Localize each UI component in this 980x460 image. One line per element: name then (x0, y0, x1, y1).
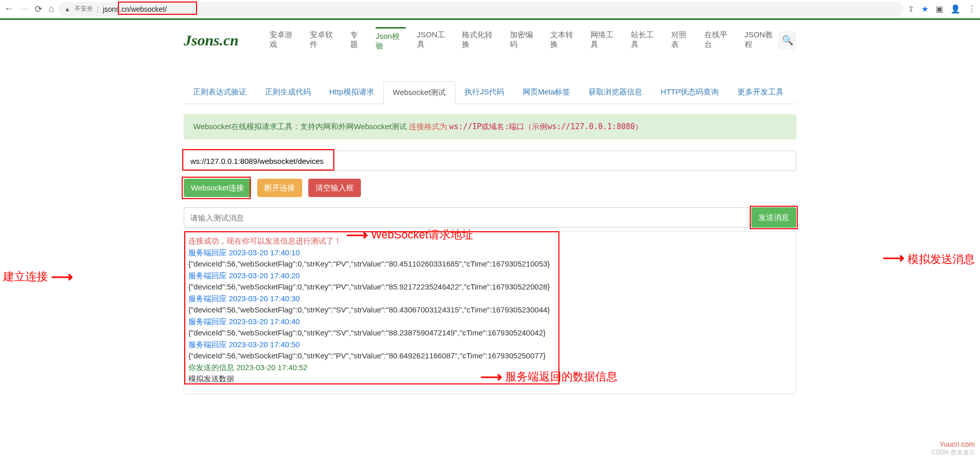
url-text: jsons.cn/websocket/ (103, 5, 897, 13)
nav-item[interactable]: 对照表 (671, 27, 693, 54)
nav-item[interactable]: JSON工具 (417, 27, 451, 54)
log-body: {"deviceId":56,"webSocketFlag":0,"strKey… (188, 281, 792, 293)
not-secure-icon: ▲ (64, 6, 70, 13)
tool-tabs: 正则表达式验证正则生成代码Http模拟请求Websocket测试执行JS代码网页… (184, 81, 796, 104)
connect-button[interactable]: Websocket连接 (184, 179, 251, 197)
profile-icon[interactable]: 👤 (950, 4, 961, 14)
nav-item[interactable]: Json校验 (376, 27, 406, 54)
tab-item[interactable]: 网页Meta标签 (513, 81, 579, 104)
nav-item[interactable]: 站长工具 (631, 27, 660, 54)
log-timestamp: 你发送的信息 2023-03-20 17:40:52 (188, 362, 792, 374)
not-secure-label: 不安全 (75, 5, 93, 13)
nav-item[interactable]: JSON教程 (745, 27, 779, 54)
send-button[interactable]: 发送消息 (751, 207, 796, 228)
log-body: {"deviceId":56,"webSocketFlag":0,"strKey… (188, 258, 792, 270)
bookmark-icon[interactable]: ★ (921, 4, 928, 14)
nav-item[interactable]: 加密编码 (510, 27, 539, 54)
tab-item[interactable]: HTTP状态码查询 (651, 81, 728, 104)
info-code: ws://IP或域名:端口（示例ws://127.0.0.1:8080） (449, 122, 643, 131)
log-body: {"deviceId":56,"webSocketFlag":0,"strKey… (188, 327, 792, 339)
back-button[interactable]: ← (4, 4, 13, 14)
log-timestamp: 服务端回应 2023-03-20 17:40:30 (188, 293, 792, 305)
tab-item[interactable]: Http模拟请求 (320, 81, 383, 104)
tab-item[interactable]: 正则生成代码 (256, 81, 320, 104)
info-prefix: Websocket在线模拟请求工具：支持内网和外网Websocket测试 (193, 122, 409, 131)
tab-item[interactable]: 获取浏览器信息 (579, 81, 651, 104)
search-button[interactable]: 🔍 (778, 31, 796, 50)
ws-url-input[interactable] (184, 151, 796, 171)
tab-item[interactable]: 正则表达式验证 (184, 81, 256, 104)
search-icon: 🔍 (782, 35, 793, 45)
annotation-box (118, 2, 197, 15)
reload-button[interactable]: ⟳ (35, 4, 42, 15)
site-header: Jsons.cn 安卓游戏安卓软件专题Json校验JSON工具格式化转换加密编码… (184, 20, 796, 61)
connection-success-msg: 连接成功，现在你可以发送信息进行测试了！ (188, 235, 792, 247)
site-logo[interactable]: Jsons.cn (184, 32, 239, 49)
nav-item[interactable]: 网络工具 (591, 27, 620, 54)
tab-item[interactable]: 更多开发工具 (728, 81, 793, 104)
extensions-icon[interactable]: ▣ (936, 4, 943, 14)
log-body: {"deviceId":56,"webSocketFlag":0,"strKey… (188, 304, 792, 316)
log-timestamp: 服务端回应 2023-03-20 17:40:20 (188, 270, 792, 282)
annotation-simulate: ⟵ 模拟发送消息 (883, 250, 975, 268)
log-timestamp: 服务端回应 2023-03-20 17:40:50 (188, 339, 792, 351)
share-icon[interactable]: ⇪ (908, 4, 914, 14)
info-red: 连接格式为 (409, 122, 449, 131)
disconnect-button[interactable]: 断开连接 (257, 179, 302, 197)
nav-item[interactable]: 专题 (350, 27, 365, 54)
log-body: {"deviceId":56,"webSocketFlag":0,"strKey… (188, 350, 792, 362)
result-panel: 连接成功，现在你可以发送信息进行测试了！服务端回应 2023-03-20 17:… (184, 231, 796, 394)
home-button[interactable]: ⌂ (48, 4, 54, 14)
forward-button[interactable]: → (19, 4, 29, 14)
message-input[interactable] (184, 207, 749, 228)
tab-item[interactable]: Websocket测试 (383, 81, 456, 104)
nav-item[interactable]: 在线平台 (704, 27, 733, 54)
nav-item[interactable]: 安卓软件 (310, 27, 339, 54)
clear-button[interactable]: 清空输入框 (308, 179, 361, 197)
info-box: Websocket在线模拟请求工具：支持内网和外网Websocket测试 连接格… (184, 114, 796, 139)
nav-item[interactable]: 格式化转换 (462, 27, 498, 54)
menu-icon[interactable]: ⋮ (968, 4, 976, 14)
nav-item[interactable]: 安卓游戏 (270, 27, 299, 54)
log-timestamp: 服务端回应 2023-03-20 17:40:40 (188, 316, 792, 328)
tab-item[interactable]: 执行JS代码 (455, 81, 513, 104)
log-timestamp: 服务端回应 2023-03-20 17:40:10 (188, 247, 792, 259)
annotation-establish: 建立连接 ⟶ (3, 268, 73, 285)
nav-item[interactable]: 文本转换 (550, 27, 579, 54)
main-nav: 安卓游戏安卓软件专题Json校验JSON工具格式化转换加密编码文本转换网络工具站… (270, 27, 779, 54)
log-body: 模拟发送数据 (188, 373, 792, 385)
